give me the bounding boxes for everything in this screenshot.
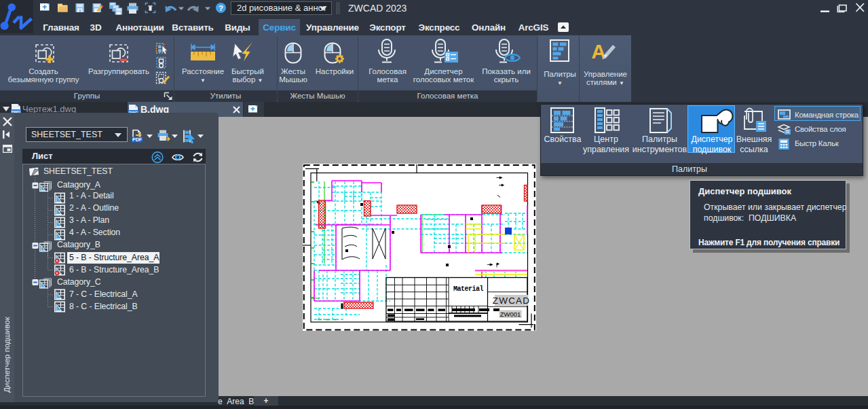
svg-text:Material: Material — [453, 285, 484, 293]
svg-text:A: A — [591, 40, 606, 63]
svg-text:ZW001: ZW001 — [500, 310, 521, 318]
svg-text:?: ? — [219, 4, 223, 12]
svg-text:ZWCAD: ZWCAD — [493, 296, 531, 306]
